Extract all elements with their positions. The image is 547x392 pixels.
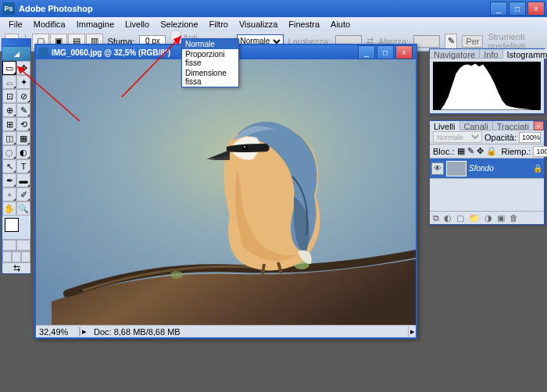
menubar: File Modifica Immagine Livello Selezione…	[0, 17, 547, 31]
history-brush-tool[interactable]: ⟲	[16, 117, 30, 131]
link-layers-icon[interactable]: ⧉	[433, 213, 439, 223]
document-canvas[interactable]	[36, 59, 416, 325]
lock-label: Bloc.:	[433, 147, 455, 156]
style-option-proporzioni[interactable]: Proporzioni fisse	[182, 49, 238, 68]
doc-minimize-button[interactable]: _	[358, 45, 375, 59]
toolbox-header[interactable]	[2, 39, 30, 47]
notes-tool[interactable]: ▫	[2, 187, 16, 201]
status-menu-icon[interactable]: ▸	[408, 326, 416, 337]
memory-status: Doc: 8,68 MB/8,68 MB	[88, 327, 408, 337]
lock-move-icon[interactable]: ✥	[477, 146, 484, 156]
titlebar: Ps Adobe Photoshop _ □ ×	[0, 0, 547, 17]
path-tool[interactable]: ↖	[2, 159, 16, 173]
move-tool[interactable]: ✥	[16, 61, 30, 75]
quickmask-mode-icon[interactable]	[16, 240, 30, 251]
close-button[interactable]: ×	[527, 2, 545, 16]
layer-row[interactable]: 👁 Sfondo 🔒	[430, 159, 544, 179]
window-controls: _ □ ×	[490, 2, 545, 16]
app-title: Adobe Photoshop	[19, 4, 490, 13]
wand-tool[interactable]: ✦	[16, 75, 30, 89]
gradient-tool[interactable]: ▦	[16, 131, 30, 145]
navigator-panel: Navigatore Info Istogramma ×	[429, 48, 545, 114]
heal-tool[interactable]: ⊕	[2, 103, 16, 117]
lock-all-icon[interactable]: 🔒	[486, 146, 497, 156]
opacity-input[interactable]	[519, 132, 541, 143]
document-statusbar: 32,49% ▸ Doc: 8,68 MB/8,68 MB ▸	[36, 325, 416, 337]
hand-tool[interactable]: ✋	[2, 201, 16, 216]
adjustment-layer-icon[interactable]: ◑	[484, 213, 492, 223]
fill-input[interactable]	[533, 146, 547, 157]
stamp-tool[interactable]: ⊞	[2, 117, 16, 131]
color-swatches[interactable]	[2, 216, 30, 239]
layers-panel: Livelli Canali Tracciati × Normale Opaci…	[429, 120, 545, 225]
doc-maximize-button[interactable]: □	[377, 45, 394, 59]
lock-pixel-icon[interactable]: ▦	[457, 146, 465, 156]
style-option-normale[interactable]: Normale	[182, 39, 238, 49]
standard-mode-icon[interactable]	[2, 240, 16, 251]
lasso-tool[interactable]: ⌓	[2, 75, 16, 89]
menu-finestra[interactable]: Finestra	[283, 18, 325, 30]
crop-tool[interactable]: ⊡	[2, 89, 16, 103]
tab-navigatore[interactable]: Navigatore	[430, 49, 480, 59]
blend-mode-select: Normale	[433, 131, 482, 143]
menu-file[interactable]: File	[3, 18, 28, 30]
dodge-tool[interactable]: ◐	[16, 145, 30, 159]
bird-image	[36, 59, 416, 325]
zoom-field[interactable]: 32,49%	[36, 327, 80, 337]
background-lock-icon: 🔒	[533, 164, 542, 173]
delete-layer-icon[interactable]: 🗑	[509, 213, 518, 223]
eyedropper-tool[interactable]: ✐	[16, 187, 30, 201]
document-window: IMG_0060.jpg @ 32,5% (RGB/8*) _ □ ×	[34, 44, 417, 339]
brush-tool[interactable]: ✎	[16, 103, 30, 117]
tab-livelli[interactable]: Livelli	[430, 121, 460, 130]
zoom-tool[interactable]: 🔍	[16, 201, 30, 216]
maximize-button[interactable]: □	[509, 2, 526, 16]
antialias-checkbox	[170, 30, 181, 41]
lock-brush-icon[interactable]: ✎	[467, 146, 474, 156]
tab-tracciati[interactable]: Tracciati	[493, 121, 534, 130]
minimize-button[interactable]: _	[490, 2, 507, 16]
brush-preset-icon[interactable]: ✎	[445, 34, 457, 49]
menu-aiuto[interactable]: Aiuto	[325, 18, 356, 30]
doc-close-button[interactable]: ×	[395, 45, 413, 59]
layers-empty-area	[430, 179, 544, 212]
opacity-label: Opacità:	[484, 133, 517, 142]
marquee-tool[interactable]: ▭	[2, 61, 16, 75]
slice-tool[interactable]: ⊘	[16, 89, 30, 103]
histogram-graph	[433, 62, 541, 110]
menu-livello[interactable]: Livello	[120, 18, 155, 30]
style-dropdown: Normale Proporzioni fisse Dimensione fis…	[181, 38, 239, 87]
screen-full-menu-icon[interactable]	[12, 251, 21, 262]
layers-close-icon[interactable]: ×	[534, 121, 544, 130]
tab-canali[interactable]: Canali	[460, 121, 493, 130]
photoshop-icon: Ps	[2, 2, 15, 15]
type-tool[interactable]: T	[16, 159, 30, 173]
new-folder-icon[interactable]: 📁	[469, 213, 480, 223]
layer-thumbnail[interactable]	[446, 161, 467, 176]
status-arrow-icon[interactable]: ▸	[80, 326, 88, 337]
menu-modifica[interactable]: Modifica	[28, 18, 71, 30]
new-layer-icon[interactable]: ▣	[497, 213, 505, 223]
style-option-dimensione[interactable]: Dimensione fissa	[182, 68, 238, 87]
menu-visualizza[interactable]: Visualizza	[234, 18, 283, 30]
layer-mask-icon[interactable]: ▢	[456, 213, 464, 223]
tab-info[interactable]: Info	[480, 49, 502, 59]
tab-istogramma[interactable]: Istogramma	[503, 49, 547, 59]
menu-selezione[interactable]: Selezione	[155, 18, 203, 30]
layer-style-icon[interactable]: ◐	[444, 213, 452, 223]
blur-tool[interactable]: ◌	[2, 145, 16, 159]
layers-footer: ⧉ ◐ ▢ 📁 ◑ ▣ 🗑	[430, 212, 544, 224]
toolbox: ◢ ▭ ✥ ⌓ ✦ ⊡ ⊘ ⊕ ✎ ⊞ ⟲ ◫ ▦ ◌ ◐ ↖ T ✒ ▬ ▫ …	[2, 38, 31, 274]
visibility-icon[interactable]: 👁	[431, 162, 444, 175]
shape-tool[interactable]: ▬	[16, 173, 30, 187]
screen-full-icon[interactable]	[21, 251, 30, 262]
layer-name[interactable]: Sfondo	[469, 164, 531, 173]
menu-immagine[interactable]: Immagine	[71, 18, 120, 30]
fill-label: Riemp.:	[502, 147, 531, 156]
jump-imageready-icon[interactable]: ⇆	[2, 262, 30, 273]
eraser-tool[interactable]: ◫	[2, 131, 16, 145]
per-button[interactable]: Per	[462, 35, 483, 48]
pen-tool[interactable]: ✒	[2, 173, 16, 187]
menu-filtro[interactable]: Filtro	[204, 18, 234, 30]
screen-standard-icon[interactable]	[2, 251, 12, 262]
